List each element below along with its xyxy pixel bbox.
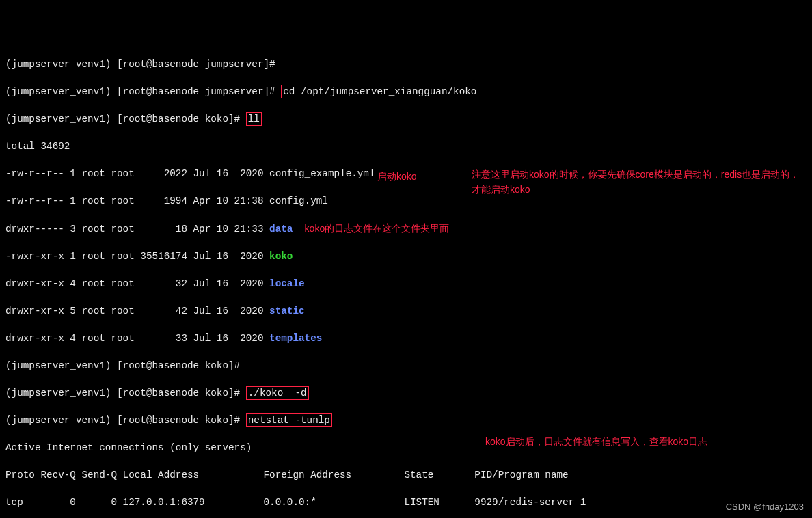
prompt-empty: (jumpserver_venv1) [root@basenode koko]# [5, 359, 807, 372]
annotation-tail-note: koko启动后，日志文件就有信息写入，查看koko日志 [485, 435, 807, 448]
netstat-header: Proto Recv-Q Send-Q Local Address Foreig… [5, 468, 807, 482]
cmd-ll[interactable]: ll [246, 112, 262, 126]
annotation-start-koko: 启动koko [377, 169, 417, 183]
ls-row: drwxr-xr-x 4 root root 32 Jul 16 2020 lo… [5, 277, 807, 290]
ls-row: -rwxr-xr-x 1 root root 35516174 Jul 16 2… [5, 249, 807, 263]
annotation-core-note: 注意这里启动koko的时候，你要先确保core模块是启动的，redis也是启动的… [472, 167, 800, 197]
ls-row-data: drwxr----- 3 root root 18 Apr 10 21:33 d… [5, 221, 807, 236]
watermark: CSDN @friday1203 [726, 500, 804, 514]
cmd-cd[interactable]: cd /opt/jumpserver_xiangguan/koko [281, 85, 478, 98]
ls-row: drwxr-xr-x 4 root root 33 Jul 16 2020 te… [5, 331, 807, 345]
cmd-netstat[interactable]: netstat -tunlp [246, 413, 332, 427]
prompt-jumpserver-empty: (jumpserver_venv1) [root@basenode jumpse… [5, 57, 807, 71]
prompt-koko-d: (jumpserver_venv1) [root@basenode koko]#… [5, 386, 807, 400]
cmd-koko-d[interactable]: ./koko -d [246, 386, 309, 400]
ls-row: drwxr-xr-x 5 root root 42 Jul 16 2020 st… [5, 304, 807, 318]
ls-total: total 34692 [5, 139, 807, 153]
annotation-data-folder: koko的日志文件在这个文件夹里面 [305, 223, 450, 234]
netstat-row: tcp 0 0 127.0.0.1:6379 0.0.0.0:* LISTEN … [5, 495, 807, 509]
prompt-netstat: (jumpserver_venv1) [root@basenode koko]#… [5, 413, 807, 427]
prompt-cd: (jumpserver_venv1) [root@basenode jumpse… [5, 85, 807, 98]
prompt-ll: (jumpserver_venv1) [root@basenode koko]#… [5, 112, 807, 126]
